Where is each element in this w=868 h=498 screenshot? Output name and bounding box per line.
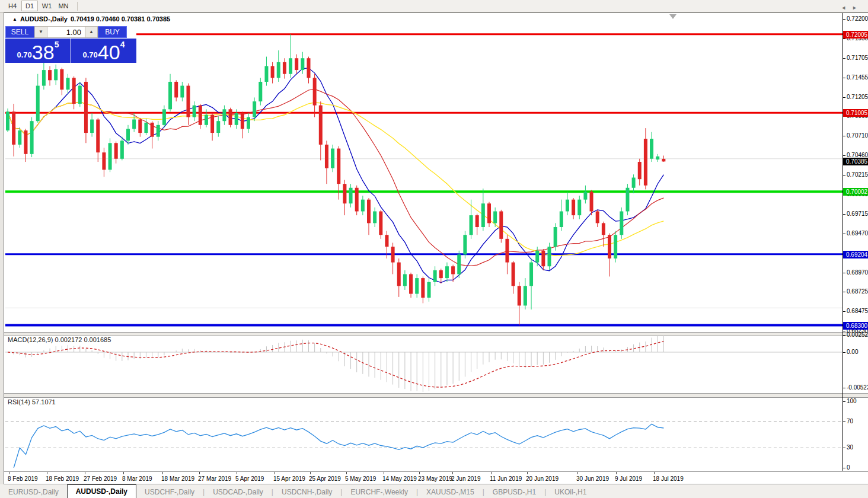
chart-tab-ukoil[interactable]: UKOil-,H1 bbox=[546, 486, 595, 498]
rsi-pane[interactable] bbox=[5, 397, 843, 471]
date-tick bbox=[237, 472, 237, 474]
axis-tick bbox=[843, 136, 845, 136]
sell-button[interactable]: SELL bbox=[5, 26, 34, 38]
date-tick bbox=[577, 472, 578, 474]
autoscroll-marker-icon[interactable] bbox=[669, 14, 676, 19]
axis-tick bbox=[843, 39, 845, 39]
axis-tick bbox=[843, 352, 845, 353]
chart-tab-gbpusd[interactable]: GBPUSD-,H1 bbox=[484, 486, 544, 498]
price-tick-label: 0.69715 bbox=[847, 210, 868, 217]
tab-scroll-arrows[interactable]: ◄► bbox=[841, 5, 863, 11]
axis-tick bbox=[843, 214, 845, 215]
axis-tick bbox=[843, 97, 845, 98]
price-tick-label: 0.70710 bbox=[847, 132, 868, 139]
sell-price-prefix: 0.70 bbox=[17, 50, 32, 59]
axis-tick bbox=[843, 155, 845, 156]
axis-tick bbox=[843, 175, 845, 175]
rsi-tick-label: 100 bbox=[847, 398, 857, 404]
axis-tick bbox=[843, 388, 845, 388]
date-label: 23 May 2019 bbox=[418, 475, 452, 482]
level-price-badge: 0.68300 bbox=[843, 322, 868, 330]
buy-button[interactable]: BUY bbox=[98, 26, 127, 38]
date-axis[interactable]: 8 Feb 201918 Feb 201927 Feb 20198 Mar 20… bbox=[4, 471, 868, 484]
one-click-trading-panel: SELL ▼ ▲ BUY 0.70 38 5 0.70 40 4 bbox=[5, 26, 136, 63]
date-label: 30 Jun 2019 bbox=[576, 475, 609, 482]
date-label: 5 May 2019 bbox=[345, 475, 376, 482]
date-tick bbox=[310, 472, 311, 474]
chart-ohlc: 0.70419 0.70460 0.70381 0.70385 bbox=[71, 15, 170, 23]
chart-tab-eurusd[interactable]: EURUSD-,Daily bbox=[0, 486, 67, 498]
axis-tick bbox=[843, 335, 845, 336]
price-tick-label: 0.68970 bbox=[847, 269, 868, 276]
date-tick bbox=[527, 472, 528, 474]
axis-tick bbox=[843, 234, 845, 234]
timeframe-button-d1[interactable]: D1 bbox=[21, 1, 38, 11]
date-tick bbox=[199, 472, 200, 474]
date-tick bbox=[419, 472, 420, 474]
chart-tab-usdcad[interactable]: USDCAD-,Daily bbox=[205, 486, 272, 498]
price-tick-label: 0.69470 bbox=[847, 230, 868, 237]
date-tick bbox=[616, 472, 617, 474]
rsi-tick-label: 70 bbox=[847, 418, 853, 424]
timeframe-toolbar: H4D1W1MN bbox=[0, 0, 868, 12]
date-tick bbox=[162, 472, 163, 474]
chart-tab-usdcnh[interactable]: USDCNH-,Daily bbox=[273, 486, 340, 498]
price-tick-label: 0.70215 bbox=[847, 171, 868, 178]
date-tick bbox=[123, 472, 124, 474]
axis-tick bbox=[843, 78, 845, 78]
rsi-tick-label: 0 bbox=[847, 464, 850, 471]
date-label: 14 May 2019 bbox=[382, 475, 417, 482]
axis-tick bbox=[843, 58, 845, 59]
volume-decrease-button[interactable]: ▼ bbox=[34, 26, 47, 38]
axis-tick bbox=[843, 292, 845, 292]
sell-price-big: 38 bbox=[32, 43, 55, 61]
volume-input[interactable] bbox=[47, 26, 85, 38]
date-label: 27 Feb 2019 bbox=[84, 475, 117, 482]
level-price-badge: 0.69204 bbox=[843, 251, 868, 258]
chart-tab-audusd[interactable]: AUDUSD-,Daily bbox=[67, 484, 136, 498]
rsi-tick-label: 30 bbox=[847, 444, 853, 451]
macd-tick-label: 0.002524 bbox=[847, 331, 868, 338]
price-tick-label: 0.71705 bbox=[847, 55, 868, 61]
volume-increase-button[interactable]: ▲ bbox=[85, 26, 98, 38]
toolbar-separator bbox=[77, 2, 78, 11]
macd-pane[interactable] bbox=[5, 335, 843, 393]
date-tick bbox=[384, 472, 384, 474]
current-price-badge: 0.70385 bbox=[843, 158, 868, 165]
macd-label: MACD(12,26,9) 0.002172 0.001685 bbox=[8, 336, 111, 343]
axis-tick bbox=[843, 401, 845, 402]
buy-price-prefix: 0.70 bbox=[83, 50, 98, 59]
date-label: 27 Mar 2019 bbox=[198, 475, 231, 482]
chart-tab-eurchf[interactable]: EURCHF-,Weekly bbox=[342, 486, 416, 498]
chart-tab-usdchf[interactable]: USDCHF-,Daily bbox=[136, 486, 203, 498]
chart-tab-bar: EURUSD-,DailyAUDUSD-,DailyUSDCHF-,Daily|… bbox=[0, 484, 868, 498]
axis-tick bbox=[843, 311, 845, 312]
timeframe-button-w1[interactable]: W1 bbox=[39, 1, 55, 11]
date-label: 25 Apr 2019 bbox=[309, 475, 341, 482]
axis-tick bbox=[843, 468, 845, 468]
date-label: 18 Jul 2019 bbox=[653, 475, 684, 482]
date-label: 18 Feb 2019 bbox=[46, 475, 79, 482]
sell-price-sup: 5 bbox=[55, 40, 59, 49]
timeframe-button-mn[interactable]: MN bbox=[56, 1, 71, 11]
chart-symbol: AUDUSD-,Daily bbox=[20, 15, 68, 23]
chart-tab-xauusd[interactable]: XAUUSD-,M15 bbox=[418, 486, 483, 498]
axis-tick bbox=[843, 422, 845, 422]
date-label: 8 Mar 2019 bbox=[122, 475, 152, 482]
price-tick-label: 0.71205 bbox=[847, 94, 868, 100]
level-price-badge: 0.70002 bbox=[843, 188, 868, 196]
buy-price[interactable]: 0.70 40 4 bbox=[71, 39, 136, 63]
level-price-badge: 0.72005 bbox=[843, 31, 868, 39]
price-axis-line bbox=[843, 13, 843, 471]
price-tick-label: 0.68475 bbox=[847, 308, 868, 314]
price-tick-label: 0.72200 bbox=[847, 15, 868, 22]
tab-scroll-right-icon[interactable]: ► bbox=[852, 5, 863, 11]
macd-tick-label: 0.00 bbox=[847, 349, 858, 355]
buy-price-sup: 4 bbox=[120, 40, 125, 49]
tab-scroll-left-icon[interactable]: ◄ bbox=[841, 5, 852, 11]
date-label: 8 Feb 2019 bbox=[8, 475, 38, 482]
timeframe-button-h4[interactable]: H4 bbox=[5, 1, 20, 11]
date-tick bbox=[491, 472, 492, 474]
macd-tick-label: -0.005234 bbox=[847, 384, 868, 391]
sell-price[interactable]: 0.70 38 5 bbox=[5, 39, 71, 63]
